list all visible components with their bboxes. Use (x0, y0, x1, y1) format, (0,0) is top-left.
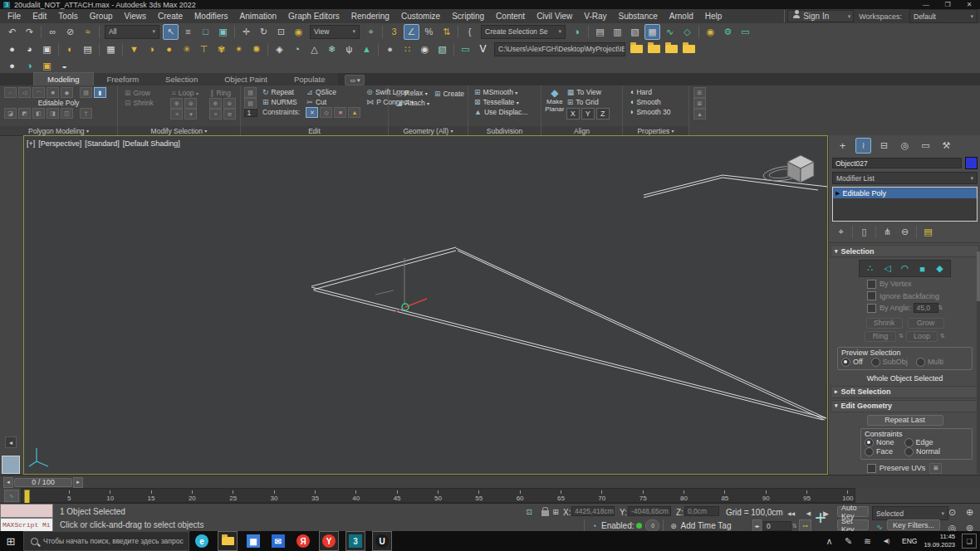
viewport-menu-pov[interactable]: [Perspective] (38, 139, 81, 148)
attach-button[interactable]: ◪Attach ▾ (395, 99, 429, 107)
light-meter-icon[interactable]: ◒ (56, 58, 72, 74)
vray-snow-icon[interactable]: ❄ (324, 41, 340, 57)
use-pivot-icon[interactable]: ⌖ (363, 24, 379, 40)
ring-mode-icon[interactable]: ≌ (223, 109, 236, 119)
align-z-button[interactable]: Z (596, 108, 610, 119)
selection-rollout-header[interactable]: ▾Selection (831, 245, 979, 257)
notification-center-icon[interactable]: ❏ (962, 534, 977, 549)
show-cage-icon[interactable]: † (80, 108, 92, 119)
quick-render-icon[interactable]: ● (4, 58, 20, 74)
y-coordinate-field[interactable]: -4048,65cm (628, 506, 671, 516)
preserve-uvs-checkbox[interactable]: Preserve UVs (867, 464, 926, 473)
vray-light-plane-icon[interactable]: ▼ (126, 41, 142, 57)
workspace-dropdown[interactable]: Default ▾ (909, 9, 978, 23)
folder-import-icon[interactable] (665, 45, 678, 53)
tessellate-button[interactable]: ⊠Tessellate ▾ (474, 98, 519, 106)
menu-item-content[interactable]: Content (490, 12, 531, 21)
key-filters-button[interactable]: Key Filters... (887, 519, 940, 530)
convert-icon[interactable]: ◧ (32, 108, 45, 119)
redo-icon[interactable]: ↷ (22, 24, 37, 40)
undo-icon[interactable]: ↶ (4, 24, 20, 40)
ignore-backfacing-checkbox[interactable]: Ignore Backfacing (867, 291, 939, 301)
preview-toggle-icon[interactable]: ▮ (94, 87, 106, 98)
menu-item-tools[interactable]: Tools (52, 12, 83, 21)
scrollbar-thumb[interactable] (977, 251, 980, 301)
group-label[interactable]: Polygon Modeling ▾ (0, 126, 117, 135)
modifier-list-dropdown[interactable]: Modifier List▾ (832, 172, 978, 184)
vertex-subobject-icon[interactable]: ∴ (862, 261, 878, 276)
smooth30-button[interactable]: ◗Smooth 30 (630, 108, 671, 116)
object-name-field[interactable]: Object027 (832, 158, 962, 168)
menu-item-graph-editors[interactable]: Graph Editors (282, 12, 345, 21)
menu-item-modifiers[interactable]: Modifiers (189, 12, 234, 21)
loop-spinner-icon[interactable]: ⇅ (940, 333, 945, 339)
hide-icon[interactable]: ◫ (61, 108, 73, 119)
preview-subobj-radio[interactable]: SubObj (871, 358, 908, 367)
ribbon-tab-populate[interactable]: Populate (281, 73, 339, 85)
vray-light-sphere-icon[interactable]: ● (161, 41, 177, 57)
menu-item-v-ray[interactable]: V-Ray (578, 12, 612, 21)
unlink-icon[interactable]: ⊘ (62, 24, 78, 40)
configure-modifier-sets-icon[interactable]: ▤ (920, 224, 936, 240)
u-app-icon[interactable]: U (372, 531, 392, 551)
vray-light-mesh-icon[interactable]: ✳ (179, 41, 194, 57)
ring-button[interactable]: ∥Ring (210, 89, 231, 97)
edge-subobject-icon[interactable]: ◁ (880, 261, 895, 276)
render-production-icon[interactable]: ● (4, 41, 20, 57)
placement-icon[interactable]: ◉ (291, 24, 306, 40)
perspective-viewport[interactable]: [+] [Perspective] [Standard] [Default Sh… (23, 135, 828, 475)
visibility-icon-2[interactable]: ⊠ (693, 98, 706, 109)
menu-item-rendering[interactable]: Rendering (345, 12, 395, 21)
camera-icon[interactable]: ▤ (80, 41, 96, 57)
msmooth-button[interactable]: ⊞MSmooth ▾ (474, 88, 517, 96)
group-label[interactable]: Properties ▾ (623, 126, 688, 135)
vray-logo-icon[interactable]: V (475, 41, 491, 57)
qslice-button[interactable]: ⊿QSlice (306, 88, 336, 96)
material-editor-icon[interactable]: ◉ (703, 24, 718, 40)
vray-sun-icon[interactable]: ✴ (231, 41, 247, 57)
viewport-menu-general[interactable]: [+] (27, 139, 35, 148)
tray-volume-icon[interactable]: ◀) (879, 534, 894, 549)
clock[interactable]: 11:4519.09.2023 (924, 533, 955, 549)
constraint-normal-icon[interactable]: ▲ (348, 107, 360, 118)
frame-spinner-icon[interactable]: ⇅ (792, 523, 797, 529)
3dsmax-icon[interactable]: 3 (345, 531, 365, 551)
file-explorer-icon[interactable] (218, 531, 238, 551)
ribbon-tab-selection[interactable]: Selection (152, 73, 211, 85)
loop-shrink-icon[interactable]: ⊜ (184, 98, 197, 109)
folder-export-icon[interactable] (683, 45, 695, 53)
constraint-none-radio[interactable]: None (865, 438, 894, 447)
snap-3d-icon[interactable]: 3 (386, 24, 402, 40)
isolate-selection-icon[interactable]: ⊡ (522, 505, 536, 518)
scale-icon[interactable]: ⊡ (273, 24, 289, 40)
tray-network-icon[interactable]: ≋ (860, 534, 875, 549)
set-keys-button[interactable]: + (809, 505, 832, 530)
constraint-edge-icon[interactable]: ◇ (320, 107, 332, 118)
viewport-menu-renderer[interactable]: [Standard] (85, 139, 120, 148)
render-iterative-icon[interactable]: ◕ (22, 41, 37, 57)
to-view-button[interactable]: ▦To View (567, 88, 601, 96)
select-object-icon[interactable]: ↖ (163, 24, 179, 40)
time-slider[interactable]: 0 / 100 (14, 478, 72, 487)
paint-selection-icon[interactable]: ▧ (244, 98, 257, 109)
vray-mtl-sphere-icon[interactable]: ● (382, 41, 398, 57)
soft-selection-icon[interactable]: ▨ (244, 87, 257, 98)
z-coordinate-field[interactable]: 0,0cm (684, 506, 719, 516)
edit-spinner[interactable]: 1 (244, 109, 257, 117)
menu-item-animation[interactable]: Animation (234, 12, 282, 21)
align-icon[interactable]: ▤ (592, 24, 608, 40)
maxscript-mini-listener-top[interactable] (0, 504, 53, 518)
taskbar-search[interactable]: Чтобы начать поиск, введите здесь запрос (23, 531, 189, 551)
track-bar[interactable]: 0510152025303540455055606570758085909510… (21, 488, 855, 503)
hierarchy-tab-icon[interactable]: ⊟ (876, 138, 892, 154)
show-end-result-icon[interactable]: ▯ (856, 224, 872, 240)
display-tab-icon[interactable]: ▭ (918, 138, 933, 154)
add-time-tag[interactable]: Add Time Tag (680, 521, 731, 530)
polygon-mode-icon[interactable]: ■ (47, 87, 59, 98)
by-angle-value[interactable]: 45,0 (914, 303, 938, 313)
ring-grow-icon[interactable]: ⊕ (209, 98, 222, 109)
store-app-icon[interactable]: ▦ (244, 532, 262, 550)
set-key-button[interactable]: Set Key (837, 519, 869, 530)
expand-tray-icon[interactable]: ◂ (5, 436, 17, 448)
group-label[interactable]: Subdivision (468, 126, 541, 135)
